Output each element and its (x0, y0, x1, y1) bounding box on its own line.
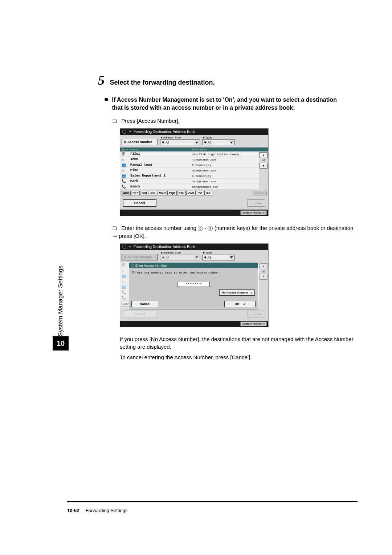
status-icon (131, 264, 134, 267)
scroll-up-button: ▲ (260, 263, 268, 269)
list-header: Type Name Destination (120, 147, 268, 151)
chevron-down-icon (229, 140, 234, 145)
cancel-button: Cancel (123, 311, 156, 318)
access-number-button: Access Number (122, 254, 158, 260)
address-list: 🗐File1starfish.organization.compa ✉Johnj… (120, 151, 259, 190)
key-9-icon: 9 (208, 226, 213, 231)
address-book-dropdown: ✱ All (160, 255, 200, 260)
page-footer: 10-52 Forwarding Settings (67, 508, 128, 513)
key-0-icon: 0 (198, 226, 203, 231)
sidebar-label: System Manager Settings (53, 222, 69, 336)
step-number: 5 (98, 73, 105, 88)
list-item[interactable]: ✉Mikemike@canon.com (120, 168, 259, 173)
alpha-btn[interactable]: STU (177, 191, 186, 195)
alpha-btn[interactable]: PQR (167, 191, 176, 195)
cancel-button[interactable]: Cancel (131, 301, 159, 307)
page-indicator: 1/2 (260, 159, 268, 162)
type-dropdown[interactable]: ✱ All (202, 255, 235, 260)
footer-title: Forwarding Settings (86, 508, 128, 513)
scroll-down-button: ▼ (260, 274, 268, 280)
leaf-icon: ✦ (128, 245, 131, 249)
cancel-button[interactable]: Cancel (123, 199, 156, 207)
alpha-btn[interactable]: VWX (186, 191, 196, 195)
screenshot-address-book: ✦ Forwarding Destination: Address Book A… (120, 128, 269, 216)
access-number-input[interactable]: ******* (177, 282, 210, 287)
list-item[interactable]: 🗐File1starfish.organization.compa (120, 151, 259, 157)
page-number: 10-52 (67, 508, 79, 513)
status-icon (122, 130, 126, 134)
scroll-up-button[interactable]: ▲ (260, 152, 268, 158)
alpha-btn[interactable]: JKL (149, 191, 157, 195)
ss-title: Forwarding Destination: Address Book (134, 245, 195, 249)
ss-title: Forwarding Destination: Address Book (134, 130, 195, 134)
alpha-btn[interactable]: GHI (140, 191, 148, 195)
status-icon (122, 245, 126, 249)
no-access-number-button[interactable]: No Access Number (219, 289, 255, 296)
alpha-btn[interactable]: DEF (131, 191, 140, 195)
bullet-icon (105, 98, 108, 101)
enter-access-number-dialog: Enter Access Number Use the numeric keys… (129, 263, 258, 310)
chapter-sidebar: System Manager Settings 10 (53, 222, 69, 351)
note-cancel: To cancel entering the Access Number, pr… (120, 353, 358, 361)
substep-1: Press [Access Number]. (113, 117, 358, 125)
keypad-icon (132, 271, 136, 275)
chevron-down-icon (195, 255, 199, 260)
chevron-down-icon (229, 255, 234, 260)
substep-2: Enter the access number using 0 - 9 (num… (113, 224, 358, 239)
leaf-icon: ✦ (128, 130, 131, 134)
scroll-down-button[interactable]: ▼ (260, 163, 268, 169)
note-no-access: If you press [No Access Number], the des… (120, 335, 358, 351)
list-item[interactable]: ✉Johnjohn@canon.com (120, 157, 259, 162)
alpha-btn[interactable]: 0-9 (204, 191, 212, 195)
type-dropdown[interactable]: ✱ All (202, 139, 235, 145)
system-monitor-button[interactable]: System Monitor ▸ (240, 321, 267, 326)
alpha-btn[interactable]: YZ (196, 191, 204, 195)
screenshot-enter-access-number: ✦ Forwarding Destination: Address Book A… (120, 243, 269, 327)
alpha-btn[interactable]: MNO (158, 191, 167, 195)
ss-titlebar: ✦ Forwarding Destination: Address Book (120, 129, 268, 135)
ok-button[interactable]: OK (224, 301, 256, 307)
access-number-button[interactable]: Access Number (122, 139, 158, 145)
ok-button: OK (247, 311, 265, 318)
address-book-dropdown[interactable]: ✱ All (160, 139, 200, 145)
list-item[interactable]: 👥Sales Department 15 Member(s) (120, 173, 259, 179)
chevron-down-icon (195, 140, 199, 145)
ss-titlebar: ✦ Forwarding Destination: Address Book (120, 244, 268, 250)
system-monitor-button[interactable]: System Monitor ▸ (240, 210, 267, 215)
list-item[interactable]: 📞Markmark@canon.com (120, 179, 259, 184)
page-indicator: 1/2 (260, 270, 268, 273)
list-item[interactable]: 👥Manual team2 Member(s) (120, 162, 259, 168)
alpha-filter: ABC DEF GHI JKL MNO PQR STU VWX YZ 0-9 D… (120, 190, 268, 197)
chapter-number: 10 (53, 336, 69, 351)
bullet-text: If Access Number Management is set to 'O… (112, 96, 340, 112)
alpha-btn[interactable]: ABC (122, 191, 131, 195)
footer-rule (67, 501, 358, 502)
details-button[interactable]: Details (253, 191, 267, 195)
step-title: Select the forwarding destination. (110, 79, 215, 86)
list-item[interactable]: 📞Nancynancy@canon.com (120, 184, 259, 190)
ok-button[interactable]: OK (247, 199, 265, 207)
